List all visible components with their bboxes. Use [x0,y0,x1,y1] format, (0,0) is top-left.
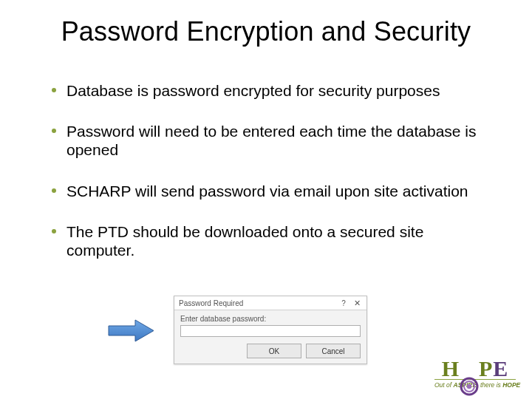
help-icon[interactable]: ? [337,298,350,308]
logo-letter-h: H [442,356,460,381]
bullet-list: Database is password encrypted for secur… [52,81,488,282]
arrow-right-icon [107,318,155,344]
bullet-text: Password will need to be entered each ti… [66,122,488,159]
bullet-item: SCHARP will send password via email upon… [52,182,488,200]
bullet-dot-icon [52,88,56,92]
close-icon[interactable]: ✕ [350,298,364,308]
dialog-body: Enter database password: [174,310,366,340]
logo-letter-e: E [493,356,508,381]
svg-point-2 [467,384,471,389]
bullet-text: SCHARP will send password via email upon… [66,182,488,200]
ok-button[interactable]: OK [247,344,301,358]
bullet-dot-icon [52,188,56,193]
bullet-item: Password will need to be entered each ti… [52,122,488,159]
slide: Password Encryption and Security Databas… [0,0,532,399]
password-dialog: Password Required ? ✕ Enter database pas… [174,296,367,364]
bullet-dot-icon [52,129,56,133]
bullet-dot-icon [52,229,56,233]
logo-letter-p: P [479,356,493,381]
password-input[interactable] [180,325,361,337]
dialog-title: Password Required [179,299,337,307]
tagline-part: , there is [477,381,502,389]
dialog-button-row: OK Cancel [174,340,366,364]
logo-wordmark: H PE [434,358,516,378]
bullet-text: The PTD should be downloaded onto a secu… [66,222,488,259]
slide-title: Password Encryption and Security [37,16,495,47]
dialog-titlebar: Password Required ? ✕ [174,296,366,310]
hope-logo: H PE Out of ASPIRE, there is HOPE [434,358,516,389]
bullet-text: Database is password encrypted for secur… [66,81,488,100]
cancel-button[interactable]: Cancel [306,344,361,358]
bullet-item: The PTD should be downloaded onto a secu… [52,222,488,259]
tagline-part: Out of [434,381,454,389]
password-label: Enter database password: [180,315,361,323]
bullet-item: Database is password encrypted for secur… [52,81,488,100]
tagline-em: HOPE [502,381,520,389]
